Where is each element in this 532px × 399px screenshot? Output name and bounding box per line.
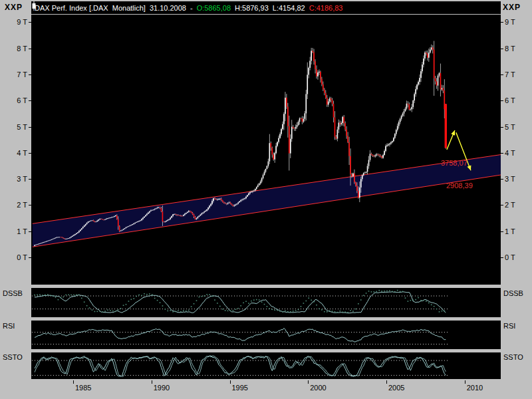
y-axis-label-left: 6 T <box>0 96 27 104</box>
y-axis-label-left: 4 T <box>0 149 27 157</box>
candle <box>50 240 51 241</box>
chart-drawing-layer[interactable] <box>0 0 532 399</box>
dssb-dot <box>107 309 108 311</box>
candle <box>64 239 65 239</box>
candle <box>351 174 352 176</box>
x-axis-tick <box>152 380 152 384</box>
dssb-dot <box>360 299 362 301</box>
dssb-dot <box>201 296 203 297</box>
candle <box>309 61 311 68</box>
candle <box>398 122 400 126</box>
dssb-dot <box>144 293 145 295</box>
dssb-dot <box>230 311 231 312</box>
candle <box>219 199 221 200</box>
candle <box>148 213 149 214</box>
dssb-dot <box>165 309 166 310</box>
dssb-dot <box>178 310 179 311</box>
dssb-dot <box>233 310 234 311</box>
candle <box>223 202 225 203</box>
candle <box>149 211 150 213</box>
dssb-dot <box>319 308 320 309</box>
dssb-dot <box>436 309 438 310</box>
x-axis-tick <box>308 380 309 384</box>
candle <box>299 118 301 122</box>
candle <box>279 134 281 138</box>
candle <box>325 93 327 98</box>
candle <box>290 139 291 154</box>
candle <box>404 111 405 113</box>
dssb-dot <box>84 301 85 303</box>
candle <box>271 148 273 154</box>
candle <box>324 90 325 93</box>
candle <box>377 154 378 155</box>
candle <box>422 65 423 71</box>
candle <box>350 156 351 174</box>
candle <box>256 187 257 189</box>
dssb-dot <box>126 304 127 305</box>
dssb-dot <box>355 309 356 310</box>
candle <box>137 221 138 222</box>
dssb-dot <box>203 295 205 297</box>
dssb-dot <box>146 294 148 295</box>
candle <box>142 217 144 219</box>
candle <box>342 117 343 123</box>
candle <box>360 179 362 188</box>
candle <box>194 214 195 217</box>
candle <box>243 199 244 200</box>
candle <box>226 203 227 204</box>
candle <box>348 142 350 156</box>
y-axis-tick <box>501 205 503 205</box>
candle <box>74 234 76 235</box>
candle <box>180 215 182 216</box>
candle <box>289 126 290 154</box>
candle <box>225 203 226 203</box>
candle <box>97 221 98 222</box>
candle <box>269 143 271 161</box>
dssb-dot <box>128 301 130 302</box>
candle <box>217 200 218 200</box>
candle <box>59 237 61 237</box>
candle <box>273 155 274 160</box>
dssb-dot <box>227 311 229 312</box>
last-candle <box>445 104 447 148</box>
candle <box>49 240 50 241</box>
candle <box>331 98 332 100</box>
candle <box>436 81 438 85</box>
dssb-dot <box>123 305 124 306</box>
dssb-dot <box>245 301 247 302</box>
dssb-dot <box>444 311 446 312</box>
dssb-dot <box>412 300 414 301</box>
candle <box>46 241 47 242</box>
candle <box>207 207 209 209</box>
candle <box>168 219 170 220</box>
candle <box>416 84 418 89</box>
dssb-dot <box>344 311 346 313</box>
candle <box>315 61 316 69</box>
dssb-dot <box>293 311 294 312</box>
candle <box>214 198 215 199</box>
y-axis-label-right: 8 T <box>505 45 531 53</box>
candle <box>311 51 312 61</box>
dssb-dot <box>118 309 119 311</box>
dssb-dot <box>61 297 62 299</box>
candle <box>409 104 410 110</box>
candle <box>363 173 364 175</box>
y-axis-tick <box>29 179 31 180</box>
candle <box>431 47 432 49</box>
dssb-dot <box>392 291 393 292</box>
dssb-dot <box>274 310 275 311</box>
x-axis-tick <box>230 380 231 384</box>
candle <box>366 172 367 172</box>
y-axis-label-right: 9 T <box>505 18 531 26</box>
candle <box>123 229 124 229</box>
trend-channel <box>33 154 507 247</box>
candle <box>282 124 283 129</box>
dssb-dot <box>277 310 278 311</box>
candle <box>209 205 210 207</box>
y-axis-tick <box>29 257 31 258</box>
candle <box>412 100 414 107</box>
x-axis-tick <box>465 380 466 384</box>
dssb-dot <box>47 294 49 295</box>
candle <box>229 202 230 203</box>
dssb-dot <box>92 309 93 311</box>
